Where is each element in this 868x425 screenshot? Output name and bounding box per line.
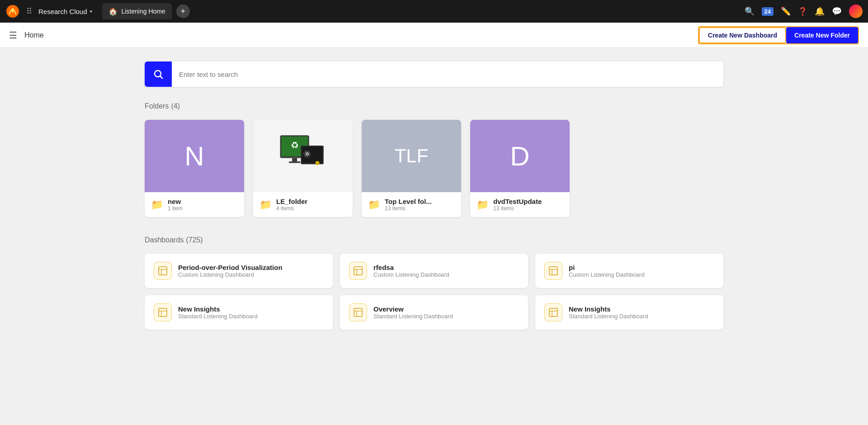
avatar[interactable] xyxy=(849,5,863,18)
folder-card[interactable]: N 📁 new 1 item xyxy=(145,120,244,217)
header-actions: Create New Dashboard Create New Folder xyxy=(698,26,859,44)
folder-count: 4 items xyxy=(276,205,307,212)
svg-line-3 xyxy=(160,76,163,79)
svg-rect-23 xyxy=(159,308,167,316)
svg-text:♻: ♻ xyxy=(291,141,299,151)
search-bar xyxy=(145,61,723,87)
svg-rect-20 xyxy=(549,267,557,275)
dashboard-name: New Insights xyxy=(569,305,648,313)
dashboard-type: Standard Listening Dashboard xyxy=(373,313,453,320)
dashboard-card[interactable]: rfedsa Custom Listening Dashboard xyxy=(340,254,528,288)
folder-card[interactable]: ♻ ♻ 📁 LE_folder xyxy=(253,120,353,217)
dashboard-name: pi xyxy=(569,264,645,271)
search-icon[interactable]: 🔍 xyxy=(745,6,755,16)
folder-info: 📁 LE_folder 4 items xyxy=(253,192,353,217)
dashboard-type: Standard Listening Dashboard xyxy=(569,313,648,320)
folders-section: Folders (4) N 📁 new 1 item xyxy=(145,101,723,217)
folder-thumbnail: N xyxy=(145,120,244,192)
folder-info: 📁 new 1 item xyxy=(145,192,244,217)
folder-icon: 📁 xyxy=(151,199,163,211)
svg-rect-17 xyxy=(354,267,362,275)
dashboard-type: Custom Listening Dashboard xyxy=(373,271,449,278)
folder-name: Top Level fol... xyxy=(385,198,432,205)
svg-text:♻: ♻ xyxy=(305,151,309,156)
dashboard-icon xyxy=(154,303,172,321)
folder-card[interactable]: D 📁 dvdTestUpdate 13 items xyxy=(470,120,570,217)
folder-thumbnail: TLF xyxy=(362,120,461,192)
folder-thumbnail: D xyxy=(470,120,570,192)
folder-count: 13 items xyxy=(385,205,432,212)
folder-icon: 📁 xyxy=(368,199,380,211)
dashboard-name: Overview xyxy=(373,305,453,313)
logo-icon[interactable] xyxy=(5,4,20,19)
dashboard-card[interactable]: New Insights Standard Listening Dashboar… xyxy=(535,295,723,330)
add-tab-icon: + xyxy=(180,7,185,16)
dashboard-icon xyxy=(349,262,367,280)
create-folder-button[interactable]: Create New Folder xyxy=(786,27,858,43)
folder-name: dvdTestUpdate xyxy=(493,198,542,205)
dashboard-card[interactable]: Period-over-Period Visualization Custom … xyxy=(145,254,333,288)
folder-info: 📁 dvdTestUpdate 13 items xyxy=(470,192,570,217)
dashboard-card[interactable]: New Insights Standard Listening Dashboar… xyxy=(145,295,333,330)
tab-icon: 🏠 xyxy=(108,7,118,16)
dashboard-card[interactable]: pi Custom Listening Dashboard xyxy=(535,254,723,288)
folder-grid: N 📁 new 1 item ♻ xyxy=(145,120,723,217)
dashboard-type: Custom Listening Dashboard xyxy=(569,271,645,278)
dashboard-grid: Period-over-Period Visualization Custom … xyxy=(145,254,723,330)
folder-icon: 📁 xyxy=(259,199,272,211)
folder-card[interactable]: TLF 📁 Top Level fol... 13 items xyxy=(362,120,461,217)
page-title: Home xyxy=(24,31,44,39)
svg-point-1 xyxy=(11,8,14,11)
dashboard-icon xyxy=(349,303,367,321)
calendar-icon[interactable]: 24 xyxy=(762,7,774,16)
folder-thumbnail: ♻ ♻ xyxy=(253,120,353,192)
folder-count: 1 item xyxy=(168,205,183,212)
actions-wrapper: Create New Dashboard Create New Folder xyxy=(698,26,859,44)
dashboard-type: Standard Listening Dashboard xyxy=(178,313,258,320)
svg-rect-8 xyxy=(289,161,301,163)
dashboard-name: New Insights xyxy=(178,305,258,313)
dashboard-name: rfedsa xyxy=(373,264,449,271)
app-name-label: Research Cloud xyxy=(38,8,87,15)
main-content: Folders (4) N 📁 new 1 item xyxy=(118,48,750,343)
chat-icon[interactable]: 💬 xyxy=(832,6,842,16)
bell-icon[interactable]: 🔔 xyxy=(815,6,825,16)
sidebar-toggle[interactable]: ☰ xyxy=(9,30,17,41)
search-input[interactable] xyxy=(172,61,723,87)
folder-icon: 📁 xyxy=(476,199,489,211)
dashboards-title: Dashboards (725) xyxy=(145,235,723,245)
folder-info: 📁 Top Level fol... 13 items xyxy=(362,192,461,217)
dashboards-section: Dashboards (725) Period-over-Period Visu… xyxy=(145,235,723,330)
dashboard-icon xyxy=(544,303,562,321)
pencil-icon[interactable]: ✏️ xyxy=(781,6,791,16)
dashboard-icon xyxy=(154,262,172,280)
search-button[interactable] xyxy=(145,61,172,87)
svg-rect-29 xyxy=(549,308,557,316)
dashboard-name: Period-over-Period Visualization xyxy=(178,264,283,271)
dashboard-icon xyxy=(544,262,562,280)
create-dashboard-button[interactable]: Create New Dashboard xyxy=(699,27,786,43)
svg-point-11 xyxy=(316,161,320,165)
svg-rect-7 xyxy=(292,158,297,161)
svg-rect-26 xyxy=(354,308,362,316)
tab-label: Listening Home xyxy=(121,8,165,15)
folder-name: LE_folder xyxy=(276,198,307,205)
top-nav: ⠿ Research Cloud ▼ 🏠 Listening Home + 🔍 … xyxy=(0,0,868,23)
add-tab-button[interactable]: + xyxy=(176,5,190,18)
dashboard-type: Custom Listening Dashboard xyxy=(178,271,283,278)
header-bar: ☰ Home Create New Dashboard Create New F… xyxy=(0,23,868,48)
folder-count: 13 items xyxy=(493,205,542,212)
grid-icon[interactable]: ⠿ xyxy=(26,6,32,16)
help-icon[interactable]: ❓ xyxy=(798,7,807,16)
svg-rect-14 xyxy=(159,267,167,275)
folders-title: Folders (4) xyxy=(145,101,723,111)
folder-name: new xyxy=(168,198,183,205)
nav-right: 🔍 24 ✏️ ❓ 🔔 💬 xyxy=(745,5,863,18)
caret-icon: ▼ xyxy=(89,9,94,14)
listening-home-tab[interactable]: 🏠 Listening Home xyxy=(102,3,171,19)
app-name[interactable]: Research Cloud ▼ xyxy=(38,8,93,15)
dashboard-card[interactable]: Overview Standard Listening Dashboard xyxy=(340,295,528,330)
